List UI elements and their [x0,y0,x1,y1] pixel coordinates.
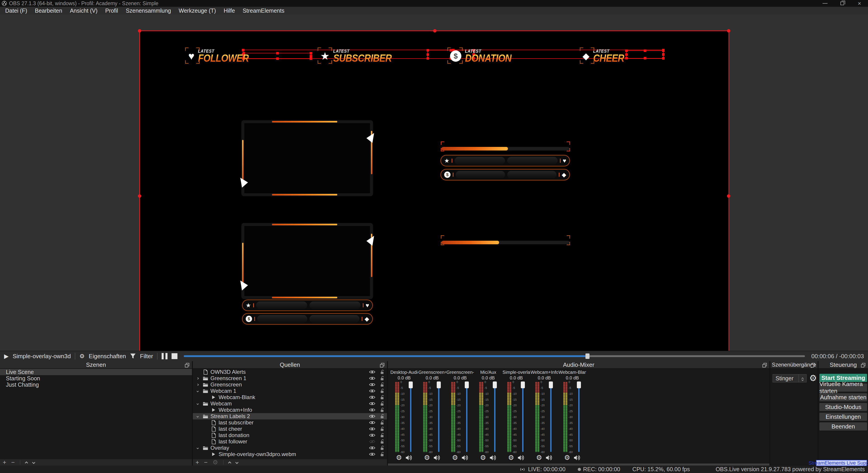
expander-down-icon[interactable] [195,390,200,392]
selection-handle[interactable] [662,57,664,59]
visibility-eye-icon[interactable] [369,383,375,386]
channel-settings-gear-icon[interactable]: ⚙ [396,454,402,461]
source-item-greenscreen-1[interactable]: Greenscreen 1 [193,375,387,381]
canvas-handle[interactable] [433,29,436,33]
menu-szenensammlung[interactable]: Szenensammlung [122,7,175,14]
pause-button[interactable] [162,353,167,359]
add-scene-button[interactable]: + [3,460,6,466]
move-scene-down-button[interactable] [33,461,35,464]
source-item-webcam[interactable]: Webcam [193,401,387,407]
transition-select-spinner[interactable] [799,375,806,382]
stream-label-row[interactable]: ★♥ [242,299,373,311]
volume-slider[interactable] [436,382,441,452]
source-item-webcam-info[interactable]: Webcam+Info [193,407,387,413]
slider-handle[interactable] [465,381,469,388]
source-properties-button[interactable]: ⚙ [213,460,218,466]
selection-handle[interactable] [310,57,312,60]
expander-down-icon[interactable] [195,416,200,417]
close-icon[interactable]: × [851,0,868,7]
channel-settings-gear-icon[interactable]: ⚙ [424,454,430,461]
speaker-icon[interactable] [518,455,524,461]
lock-icon[interactable] [380,395,384,400]
selection-rect[interactable] [626,51,664,59]
speaker-icon[interactable] [546,455,553,461]
scene-item-just-chatting[interactable]: Just Chatting [0,381,192,388]
menu-datei-f[interactable]: Datei (F) [1,7,31,14]
expander-right-icon[interactable] [195,378,200,379]
remove-source-button[interactable]: − [204,460,208,466]
menu-bearbeiten[interactable]: Bearbeiten [31,7,66,14]
selection-handle[interactable] [644,50,646,52]
speaker-icon[interactable] [434,455,440,461]
channel-settings-gear-icon[interactable]: ⚙ [452,454,458,461]
add-source-button[interactable]: + [195,460,199,466]
lock-icon[interactable] [380,420,384,425]
canvas-handle[interactable] [138,194,141,198]
filter-button[interactable]: Filter [140,353,153,360]
volume-slider[interactable] [577,382,581,452]
canvas-handle[interactable] [727,29,730,33]
webcam-frame[interactable] [241,120,373,196]
slider-handle[interactable] [409,381,413,388]
lock-icon[interactable] [380,382,384,387]
lock-icon[interactable] [380,407,384,412]
selection-handle[interactable] [427,49,429,52]
slider-handle[interactable] [521,381,525,388]
move-source-down-button[interactable] [236,461,238,464]
move-source-up-button[interactable] [228,461,231,464]
volume-slider[interactable] [548,382,553,452]
selection-handle[interactable] [662,53,664,56]
channel-settings-gear-icon[interactable]: ⚙ [564,454,570,461]
menu-streamelements[interactable]: StreamElements [239,7,288,14]
lock-icon[interactable] [380,370,384,375]
mixer-scrollbar[interactable] [388,464,770,466]
visibility-eye-icon[interactable] [369,377,375,380]
volume-slider[interactable] [464,382,469,452]
menu-ansicht-v[interactable]: Ansicht (V) [66,7,101,14]
source-item-last-subscriber[interactable]: last subscriber [193,419,387,426]
menu-werkzeuge-t[interactable]: Werkzeuge (T) [175,7,220,14]
volume-slider[interactable] [408,382,413,452]
transition-settings-gear-icon[interactable]: ⚙ [809,374,817,382]
scene-item-live-scene[interactable]: Live Scene [0,369,192,375]
filter-icon[interactable] [130,353,136,359]
source-item-webcam-blank[interactable]: Webcam-Blank [193,394,387,401]
speaker-icon[interactable] [405,455,412,461]
selection-handle[interactable] [427,57,429,60]
source-item-own3d-alerts[interactable]: OWN3D Alerts [193,369,387,375]
lock-icon[interactable] [380,427,384,432]
menu-profil[interactable]: Profil [101,7,122,14]
transition-select[interactable]: Stinger [773,374,807,382]
speaker-icon[interactable] [574,455,581,461]
media-seek-slider[interactable] [184,355,805,357]
scene-canvas[interactable]: ♥LATESTFOLLOWER★LATESTSUBSCRIBER$LATESTD… [139,31,729,360]
lock-icon[interactable] [380,439,384,444]
play-icon[interactable]: ▶ [4,353,8,359]
channel-settings-gear-icon[interactable]: ⚙ [508,454,514,461]
slider-handle[interactable] [549,381,553,388]
stream-label-row[interactable]: $◆ [242,313,373,324]
restore-icon[interactable] [834,0,851,7]
move-scene-up-button[interactable] [25,461,28,464]
visibility-eye-icon[interactable] [369,414,375,418]
slider-handle[interactable] [493,381,497,388]
studio-modus-button[interactable]: Studio-Modus [819,403,867,411]
panel-float-icon[interactable] [380,363,385,368]
selection-handle[interactable] [276,57,279,60]
stream-label-row[interactable]: $◆ [440,169,570,180]
slider-handle[interactable] [577,381,581,388]
lock-icon[interactable] [380,452,384,457]
source-item-overlay[interactable]: Overlay [193,445,387,451]
lock-icon[interactable] [380,388,384,393]
lock-icon[interactable] [380,445,384,450]
seek-handle[interactable] [585,353,590,359]
slider-handle[interactable] [437,381,441,388]
panel-float-icon[interactable] [185,363,190,368]
canvas-handle[interactable] [138,29,141,33]
source-item-last-cheer[interactable]: last cheer [193,426,387,432]
scene-item-starting-soon[interactable]: Starting Soon [0,375,192,381]
properties-gear-icon[interactable]: ⚙ [79,353,85,359]
stop-button[interactable] [172,353,178,359]
volume-slider[interactable] [520,382,525,452]
speaker-icon[interactable] [490,455,496,461]
